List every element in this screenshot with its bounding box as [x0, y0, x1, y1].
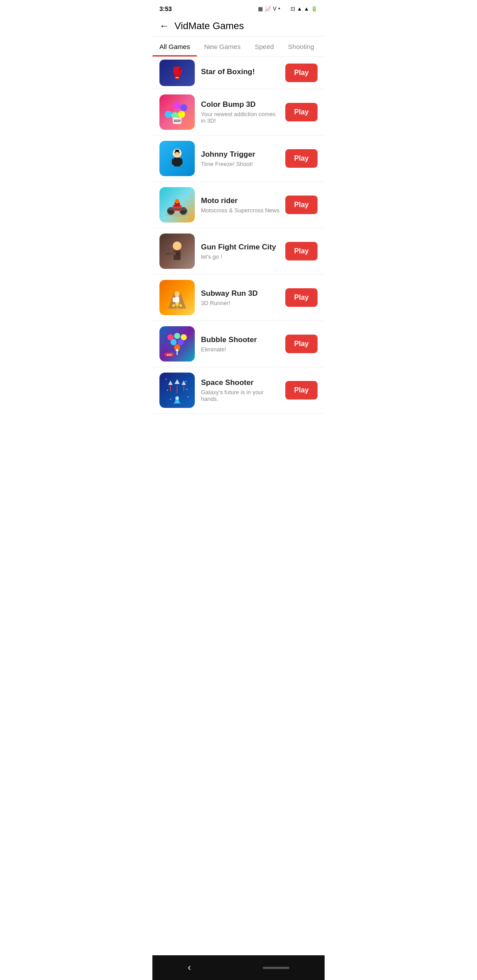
game-thumbnail: 🥊 [159, 60, 195, 86]
header: ← VidMate Games [152, 16, 325, 37]
game-info: Color Bump 3D Your newest addiction come… [201, 100, 281, 124]
back-button[interactable]: ← [159, 20, 169, 32]
svg-point-1 [174, 102, 181, 109]
list-item: Moto rider Motocross & Supercross News P… [152, 182, 325, 228]
svg-point-48 [166, 379, 167, 380]
game-thumbnail [159, 141, 195, 176]
signal-icon: ▲ [304, 6, 309, 12]
play-button[interactable]: Play [285, 381, 318, 400]
tab-speed[interactable]: Speed [248, 37, 281, 57]
svg-marker-55 [174, 379, 180, 384]
svg-point-42 [178, 339, 184, 345]
game-desc: let's go ! [201, 253, 281, 260]
vpn-icon: V [273, 6, 276, 12]
svg-point-51 [188, 396, 189, 397]
game-title: Star of Boxing! [201, 68, 281, 76]
svg-point-0 [167, 104, 174, 111]
svg-point-39 [174, 333, 180, 339]
game-desc: Eliminate! [201, 346, 281, 353]
game-desc: Time Freeze! Shoot! [201, 161, 281, 167]
notification-icon: ▦ [258, 6, 263, 12]
svg-point-5 [178, 111, 185, 118]
status-bar: 3:53 ▦ 📈 V • ⊡ ▲ ▲ 🔋 [152, 0, 325, 16]
tab-new-games[interactable]: New Games [197, 37, 248, 57]
game-title: Subway Run 3D [201, 289, 281, 298]
play-button[interactable]: Play [285, 288, 318, 307]
svg-point-31 [174, 291, 180, 297]
svg-point-53 [186, 389, 187, 390]
game-list: 🥊 Star of Boxing! Play 2020 [152, 57, 325, 440]
svg-rect-13 [175, 150, 179, 152]
game-title: Bubble Shooter [201, 335, 281, 344]
game-thumbnail [159, 234, 195, 269]
svg-point-35 [172, 304, 175, 307]
svg-rect-12 [179, 158, 182, 165]
svg-marker-54 [168, 381, 173, 385]
play-button[interactable]: Play [285, 64, 318, 82]
svg-point-3 [165, 111, 172, 118]
game-info: Subway Run 3D 3D Runner! [201, 289, 281, 306]
svg-rect-11 [172, 158, 175, 165]
svg-text:2019: 2019 [167, 354, 171, 356]
svg-point-15 [178, 151, 180, 153]
game-desc: Motocross & Supercross News [201, 207, 281, 214]
game-info: Star of Boxing! [201, 68, 281, 78]
game-info: Moto rider Motocross & Supercross News [201, 196, 281, 214]
graph-icon: 📈 [265, 6, 271, 12]
list-item: 2020 Color Bump 3D Your newest addiction… [152, 89, 325, 136]
svg-point-52 [167, 390, 168, 391]
tab-sport[interactable]: Sport [321, 37, 325, 57]
game-thumbnail [159, 187, 195, 222]
svg-rect-22 [168, 208, 186, 210]
svg-point-41 [170, 339, 177, 345]
game-title: Gun Fight Crime City [201, 243, 281, 252]
game-title: Space Shooter [201, 378, 281, 387]
game-thumbnail [159, 373, 195, 408]
svg-point-36 [179, 304, 182, 307]
svg-point-14 [174, 151, 176, 153]
game-title: Color Bump 3D [201, 100, 281, 109]
svg-point-2 [180, 104, 187, 111]
play-button[interactable]: Play [285, 242, 318, 260]
svg-point-50 [170, 399, 171, 400]
game-desc: Galaxy's future is in your hands. [201, 389, 281, 402]
game-title: Johnny Trigger [201, 150, 281, 159]
list-item: Subway Run 3D 3D Runner! Play [152, 275, 325, 321]
battery-icon: 🔋 [311, 6, 318, 12]
play-button[interactable]: Play [285, 103, 318, 121]
svg-point-49 [186, 381, 186, 382]
svg-rect-26 [166, 253, 170, 255]
game-thumbnail: 2020 [159, 94, 195, 130]
game-info: Bubble Shooter Eliminate! [201, 335, 281, 353]
play-button[interactable]: Play [285, 335, 318, 353]
svg-point-23 [173, 241, 182, 250]
game-thumbnail: 2019 [159, 326, 195, 362]
svg-point-34 [175, 302, 179, 306]
list-item: Space Shooter Galaxy's future is in your… [152, 367, 325, 414]
game-thumbnail [159, 280, 195, 315]
list-item: 2019 Bubble Shooter Eliminate! Play [152, 321, 325, 367]
svg-point-62 [175, 396, 179, 400]
play-button[interactable]: Play [285, 149, 318, 168]
play-button[interactable]: Play [285, 196, 318, 214]
game-info: Space Shooter Galaxy's future is in your… [201, 378, 281, 402]
svg-text:2020: 2020 [174, 119, 181, 122]
status-icons: ▦ 📈 V • ⊡ ▲ ▲ 🔋 [258, 6, 318, 12]
svg-marker-56 [182, 381, 186, 385]
game-desc: Your newest addiction comes in 3D! [201, 111, 281, 124]
cast-icon: ⊡ [291, 6, 295, 12]
tabs-container: All Games New Games Speed Shooting Sport [152, 37, 325, 57]
game-info: Gun Fight Crime City let's go ! [201, 243, 281, 260]
tab-all-games[interactable]: All Games [152, 37, 197, 57]
dot-icon: • [278, 6, 280, 12]
game-info: Johnny Trigger Time Freeze! Shoot! [201, 150, 281, 167]
game-desc: 3D Runner! [201, 300, 281, 306]
page-title: VidMate Games [174, 20, 244, 32]
list-item: Johnny Trigger Time Freeze! Shoot! Play [152, 136, 325, 182]
game-title: Moto rider [201, 196, 281, 205]
svg-rect-28 [175, 250, 179, 253]
svg-point-21 [175, 199, 179, 204]
list-item: 🥊 Star of Boxing! Play [152, 57, 325, 89]
tab-shooting[interactable]: Shooting [281, 37, 321, 57]
list-item: Gun Fight Crime City let's go ! Play [152, 228, 325, 275]
